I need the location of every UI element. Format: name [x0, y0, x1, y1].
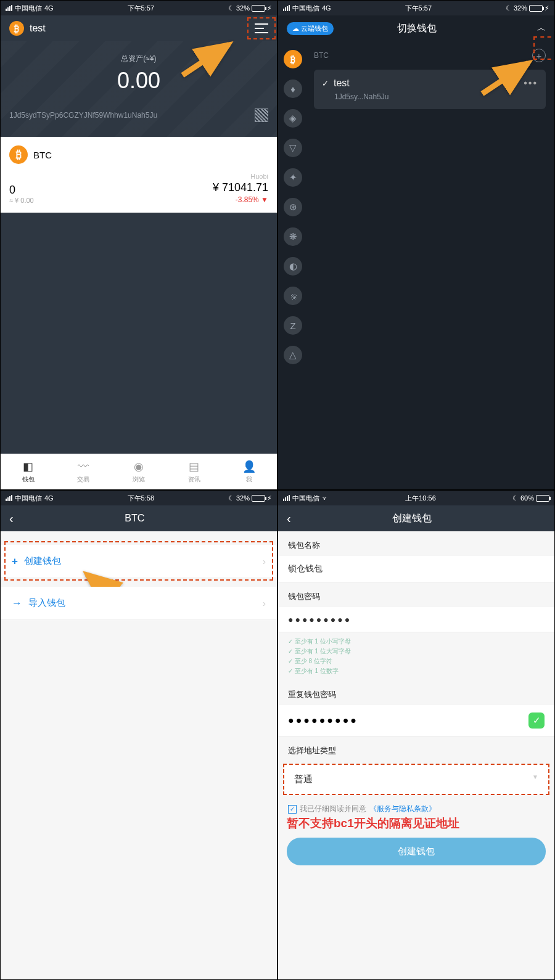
- wallet-icon: ◧: [22, 460, 35, 473]
- btc-options-screen: 中国电信 4G 下午5:58 ☾32%⚡︎ ‹ BTC + 创建钱包 › → 导…: [0, 490, 278, 980]
- screen-title: BTC: [1, 513, 268, 524]
- match-check-icon: ✓: [528, 713, 545, 729]
- consent-row[interactable]: ✓ 我已仔细阅读并同意 《服务与隐私条款》: [278, 798, 554, 815]
- create-wallet-screen: 中国电信 ᯤ 上午10:56 ☾60% ‹ 创建钱包 钱包名称 锁仓钱包 钱包密…: [278, 490, 555, 980]
- coin-zil[interactable]: Z: [284, 316, 302, 335]
- battery-icon: [252, 5, 265, 12]
- create-wallet-button[interactable]: 创建钱包: [287, 838, 546, 865]
- battery-icon: [252, 495, 265, 502]
- coin-xx[interactable]: ⨳: [284, 287, 302, 305]
- header: ☁云端钱包 切换钱包 ︿: [278, 15, 554, 41]
- person-icon: 👤: [242, 460, 256, 473]
- rule-item: 至少有 1 位数字: [288, 667, 545, 676]
- wallet-address-short: 1Jd5sy...Nah5Ju: [334, 92, 538, 101]
- signal-icon: [283, 495, 290, 501]
- coin-selector: ₿ ♦ ◈ ▽ ✦ ⊛ ❋ ◐ ⨳ Z △: [278, 41, 308, 489]
- hamburger-icon: [255, 23, 268, 33]
- status-bar: 中国电信 4G 下午5:57 ☾32%⚡︎: [278, 1, 554, 15]
- repeat-password-input[interactable]: ●●●●●●●●● ✓: [278, 705, 554, 737]
- battery-icon: [529, 5, 543, 12]
- add-wallet-button[interactable]: +: [532, 49, 546, 62]
- screen-title: 切换钱包: [297, 22, 537, 35]
- coin-bnb[interactable]: ✦: [284, 168, 302, 187]
- battery-pct: 32%: [236, 4, 250, 12]
- chevron-right-icon: ›: [263, 556, 266, 566]
- balance-summary: 总资产(≈¥) 0.00 1Jd5sydTSyPp6CGZYJNf59Whhw1…: [1, 41, 277, 137]
- wallet-address[interactable]: 1Jd5sydTSyPp6CGZYJNf59Whhw1uNah5Ju: [9, 111, 157, 120]
- signal-icon: [6, 495, 12, 501]
- chevron-down-icon: ▼: [532, 774, 538, 780]
- clock-label: 上午10:56: [329, 494, 512, 503]
- wallet-name: test: [30, 23, 46, 34]
- tab-browse[interactable]: ◉浏览: [111, 454, 166, 489]
- wallet-home-screen: 中国电信 4G 下午5:57 ☾ 32% ⚡︎ ₿ test 总资产(≈¥) 0…: [0, 0, 278, 490]
- rule-item: 至少有 1 位大写字母: [288, 647, 545, 656]
- address-type-select[interactable]: 普通 ▼: [283, 764, 549, 795]
- create-wallet-row[interactable]: + 创建钱包 ›: [1, 545, 277, 578]
- carrier-label: 中国电信: [15, 4, 42, 13]
- wallet-card[interactable]: ✓ test ••• 1Jd5sy...Nah5Ju: [314, 70, 546, 109]
- checkmark-icon: ✓: [322, 79, 329, 88]
- total-assets-value: 0.00: [9, 68, 268, 94]
- screen-title: 创建钱包: [279, 512, 546, 525]
- coin-balance-fiat: ≈ ¥ 0.00: [9, 197, 34, 204]
- coin-ada[interactable]: △: [284, 346, 302, 364]
- tab-news[interactable]: ▤资讯: [166, 454, 222, 489]
- tab-wallet[interactable]: ◧钱包: [1, 454, 56, 489]
- wifi-icon: ᯤ: [322, 494, 329, 502]
- chevron-right-icon: ›: [263, 598, 266, 608]
- status-bar: 中国电信 4G 下午5:57 ☾ 32% ⚡︎: [1, 1, 277, 15]
- chevron-up-icon[interactable]: ︿: [537, 23, 546, 34]
- rule-item: 至少 8 位字符: [288, 657, 545, 666]
- checkbox-icon[interactable]: ✓: [288, 805, 297, 814]
- terms-link[interactable]: 《服务与隐私条款》: [369, 804, 436, 814]
- header: ‹ BTC: [1, 505, 277, 531]
- news-icon: ▤: [187, 460, 201, 473]
- wallet-list-panel: BTC + ✓ test ••• 1Jd5sy...Nah5Ju: [308, 41, 554, 489]
- wallet-name-input[interactable]: 锁仓钱包: [278, 556, 554, 582]
- import-wallet-row[interactable]: → 导入钱包 ›: [1, 587, 277, 620]
- price-source: Huobi: [213, 173, 268, 180]
- tab-bar: ◧钱包 〰交易 ◉浏览 ▤资讯 👤我: [1, 454, 277, 489]
- coin-list: ₿ BTC 0 ≈ ¥ 0.00 Huobi ¥ 71041.71 -3.85%…: [1, 137, 277, 213]
- arrow-right-icon: →: [12, 597, 22, 610]
- coin-ont[interactable]: ◐: [284, 257, 302, 276]
- address-type-label: 选择地址类型: [278, 737, 554, 761]
- tab-me[interactable]: 👤我: [221, 454, 277, 489]
- total-assets-label: 总资产(≈¥): [9, 54, 268, 64]
- network-label: 4G: [44, 4, 54, 12]
- status-bar: 中国电信 ᯤ 上午10:56 ☾60%: [278, 491, 554, 505]
- coin-trx[interactable]: ▽: [284, 139, 302, 157]
- coin-btc[interactable]: ₿: [284, 50, 302, 68]
- tab-trade[interactable]: 〰交易: [56, 454, 112, 489]
- header: ‹ 创建钱包: [278, 505, 554, 531]
- clock-label: 下午5:57: [331, 4, 506, 13]
- wallet-name: test: [334, 78, 350, 89]
- password-input[interactable]: ●●●●●●●●●: [278, 607, 554, 632]
- plus-icon: +: [12, 555, 18, 568]
- coin-row[interactable]: 0 ≈ ¥ 0.00 Huobi ¥ 71041.71 -3.85% ▼: [9, 173, 268, 204]
- more-icon[interactable]: •••: [524, 78, 538, 89]
- section-label: BTC: [314, 51, 329, 60]
- charge-icon: ⚡︎: [267, 4, 272, 12]
- coin-symbol: BTC: [33, 150, 52, 160]
- compass-icon: ◉: [132, 460, 146, 473]
- password-rules: 至少有 1 位小写字母 至少有 1 位大写字母 至少 8 位字符 至少有 1 位…: [278, 632, 554, 680]
- coin-iost[interactable]: ❋: [284, 227, 302, 246]
- coin-eos[interactable]: ◈: [284, 109, 302, 128]
- wallet-name-label: 钱包名称: [278, 531, 554, 556]
- coin-price: ¥ 71041.71: [213, 181, 268, 194]
- switch-wallet-screen: 中国电信 4G 下午5:57 ☾32%⚡︎ ☁云端钱包 切换钱包 ︿ ₿ ♦ ◈…: [278, 0, 555, 490]
- trade-icon: 〰: [76, 460, 90, 473]
- repeat-password-label: 重复钱包密码: [278, 680, 554, 705]
- bitcoin-icon: ₿: [9, 21, 24, 36]
- moon-icon: ☾: [228, 4, 234, 12]
- coin-eth[interactable]: ♦: [284, 80, 302, 98]
- coin-atom[interactable]: ⊛: [284, 198, 302, 216]
- menu-button[interactable]: [255, 23, 268, 33]
- clock-label: 下午5:58: [54, 494, 228, 503]
- qr-icon[interactable]: [255, 108, 268, 122]
- coin-change: -3.85% ▼: [213, 195, 268, 204]
- battery-icon: [536, 495, 549, 502]
- header: ₿ test: [1, 15, 277, 41]
